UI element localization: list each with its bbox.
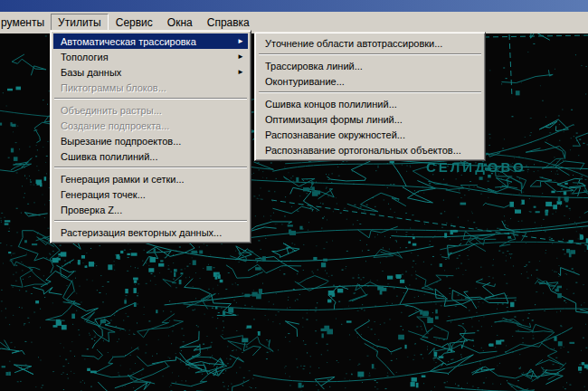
menubar-item-utilities[interactable]: Утилиты: [51, 14, 109, 32]
menu-item-label: Генерация рамки и сетки...: [61, 174, 185, 185]
menu-item[interactable]: Генерация точек...: [53, 186, 248, 202]
menu-item[interactable]: Базы данных►: [53, 64, 248, 80]
menu-separator: [259, 91, 481, 93]
submenu-arrow-icon: ►: [237, 64, 244, 80]
menu-item-label: Вырезание подпроектов...: [61, 136, 181, 147]
menu-item-label: Сшивка полилиний...: [61, 151, 157, 162]
menu-item[interactable]: Распознавание окружностей...: [258, 127, 482, 142]
menu-item-label: Автоматическая трассировка: [61, 36, 196, 47]
menu-item: Объединить растры...: [53, 102, 248, 118]
menu-item-label: Оконтуривание...: [265, 76, 345, 87]
menu-item-label: Уточнение области автотрассировки...: [265, 38, 442, 49]
menu-item-label: Распознавание окружностей...: [265, 129, 405, 140]
menu-item: Создание подпроекта...: [53, 118, 248, 133]
menu-item: Пиктограммы блоков...: [53, 80, 248, 95]
menu-separator: [54, 167, 247, 168]
autotrace-submenu: Уточнение области автотрассировки...Трас…: [254, 32, 486, 161]
menu-item[interactable]: Оконтуривание...: [258, 73, 482, 89]
menu-item-label: Генерация точек...: [61, 189, 146, 200]
menu-item[interactable]: Сшивка концов полилиний...: [258, 96, 482, 111]
menu-item[interactable]: Генерация рамки и сетки...: [53, 171, 248, 186]
menu-item[interactable]: Оптимизация формы линий...: [258, 111, 482, 127]
submenu-arrow-icon: ►: [237, 49, 244, 64]
menu-item[interactable]: Автоматическая трассировка►: [53, 33, 248, 49]
menubar-item-windows[interactable]: Окна: [160, 14, 200, 32]
utilities-dropdown-menu: Автоматическая трассировка►Топология►Баз…: [50, 30, 251, 243]
menu-item-label: Оптимизация формы линий...: [265, 114, 403, 125]
menu-separator: [259, 53, 481, 55]
menu-item-label: Проверка Z...: [61, 205, 122, 215]
menu-item[interactable]: Растеризация векторных данных...: [53, 224, 248, 240]
menu-item-label: Создание подпроекта...: [61, 120, 169, 131]
menu-item-label: Объединить растры...: [61, 105, 162, 116]
menu-item-label: Распознавание ортогональных объектов...: [265, 145, 461, 156]
map-town-label: СЕЛИДОВО: [426, 159, 526, 175]
menubar-item-help[interactable]: Справка: [200, 14, 257, 32]
menubar-item-service[interactable]: Сервис: [109, 14, 160, 32]
menu-item[interactable]: Распознавание ортогональных объектов...: [258, 142, 482, 157]
menu-item-label: Базы данных: [61, 67, 121, 78]
menu-item-label: Топология: [61, 52, 109, 62]
menu-item-label: Растеризация векторных данных...: [61, 227, 222, 238]
submenu-arrow-icon: ►: [237, 33, 244, 49]
menu-item[interactable]: Трассировка линий...: [258, 58, 482, 73]
menu-item[interactable]: Вырезание подпроектов...: [53, 133, 248, 148]
menu-item[interactable]: Сшивка полилиний...: [53, 148, 248, 164]
menu-item-label: Сшивка концов полилиний...: [265, 99, 397, 110]
menu-separator: [54, 220, 247, 222]
menu-item-label: Пиктограммы блоков...: [61, 82, 166, 93]
menubar-item-instruments-truncated[interactable]: рументы: [0, 14, 51, 32]
menu-separator: [54, 98, 247, 100]
menu-item[interactable]: Уточнение области автотрассировки...: [258, 35, 482, 51]
menu-item[interactable]: Проверка Z...: [53, 202, 248, 217]
window-title-bar: [0, 0, 588, 12]
menu-item-label: Трассировка линий...: [265, 61, 363, 72]
menu-item[interactable]: Топология►: [53, 49, 248, 64]
